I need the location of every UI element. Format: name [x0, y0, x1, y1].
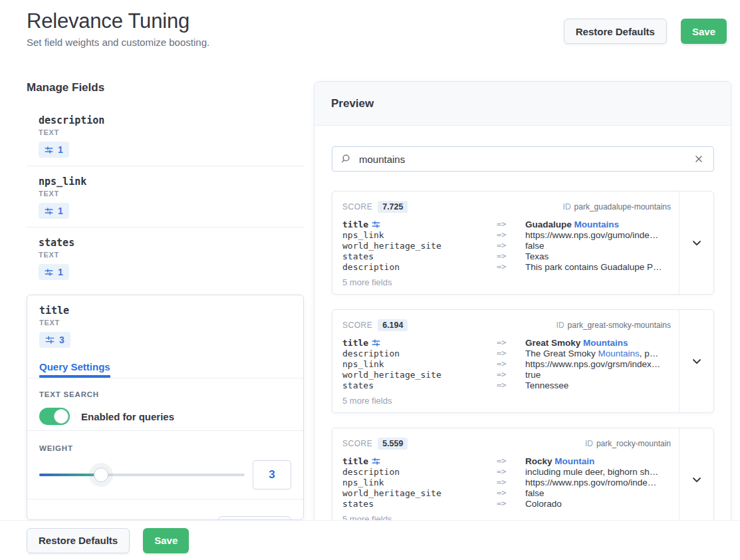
- slider-row: 3: [39, 460, 291, 490]
- more-fields-text: 5 more fields: [342, 396, 671, 406]
- field-row-label: nps_link: [342, 478, 497, 488]
- sliders-icon: [45, 335, 55, 345]
- arrow-glyph: =>: [497, 380, 525, 390]
- field-name: nps_link: [39, 176, 304, 188]
- field-row-value: https://www.nps.gov/romo/inde…: [525, 478, 671, 488]
- expand-result-button[interactable]: [691, 474, 702, 485]
- field-row-label: states: [342, 499, 497, 509]
- save-button[interactable]: Save: [681, 19, 727, 44]
- value-text: Tennessee: [525, 380, 568, 390]
- field-label-text: states: [342, 499, 374, 509]
- field-row-value: false: [525, 488, 671, 498]
- id-value: park_great-smoky-mountains: [568, 321, 671, 330]
- result-main: SCORE6.194IDpark_great-smoky-mountainsti…: [332, 310, 679, 412]
- field-item[interactable]: nps_linkTEXT1: [27, 166, 304, 227]
- field-weight-badge: 1: [39, 264, 69, 280]
- arrow-glyph: =>: [497, 219, 525, 229]
- field-label-text: description: [342, 262, 400, 272]
- field-row-label: world_heritage_site: [342, 241, 497, 251]
- field-row-value: Rocky Mountain: [525, 456, 671, 466]
- result-id: IDpark_guadalupe-mountains: [563, 202, 671, 211]
- slider-fill: [39, 474, 101, 476]
- field-row: title=>Rocky Mountain: [342, 456, 671, 466]
- arrow-glyph: =>: [497, 370, 525, 379]
- field-label-text: description: [342, 467, 400, 477]
- value-text: Colorado: [525, 499, 562, 509]
- result-fields: title=>Rocky Mountaindescription=>includ…: [342, 456, 671, 509]
- value-text: https://www.nps.gov/grsm/index…: [525, 359, 660, 369]
- arrow-glyph: =>: [497, 230, 525, 239]
- field-label-text: world_heritage_site: [342, 488, 441, 498]
- expand-column: [679, 428, 713, 531]
- arrow-glyph: =>: [497, 478, 525, 487]
- selected-field-card: title TEXT 3 Query Settings TEXT SEARCH: [27, 295, 304, 520]
- field-label-text: world_heritage_site: [342, 370, 441, 380]
- text-search-label: TEXT SEARCH: [39, 390, 291, 398]
- value-text: https://www.nps.gov/gumo/inde…: [525, 230, 658, 240]
- field-row: nps_link=>https://www.nps.gov/romo/inde…: [342, 477, 671, 488]
- field-label-text: title: [342, 338, 368, 348]
- field-row-value: false: [525, 241, 671, 251]
- sliders-icon: [372, 220, 380, 229]
- field-item[interactable]: statesTEXT1: [27, 227, 304, 288]
- active-tab-underline: [39, 375, 110, 378]
- weight-slider[interactable]: [39, 474, 245, 476]
- field-type: TEXT: [39, 251, 304, 259]
- search-bar: [332, 146, 714, 172]
- text-search-section: TEXT SEARCH Enabled for queries: [27, 378, 303, 431]
- id-value: park_guadalupe-mountains: [574, 202, 671, 211]
- footer-save-button[interactable]: Save: [143, 528, 189, 553]
- weight-slider-thumb[interactable]: [94, 468, 108, 482]
- field-row: description=>This park contains Guadalup…: [342, 261, 671, 272]
- result-main: SCORE7.725IDpark_guadalupe-mountainstitl…: [332, 192, 679, 294]
- value-text: Guadalupe: [525, 219, 574, 229]
- page-title: Relevance Tuning: [27, 9, 209, 33]
- weight-input[interactable]: 3: [253, 460, 291, 490]
- field-row-value: https://www.nps.gov/gumo/inde…: [525, 230, 671, 240]
- arrow-glyph: =>: [497, 359, 525, 368]
- score: SCORE6.194: [342, 319, 408, 331]
- field-row-label: description: [342, 349, 497, 358]
- score-badge: 5.559: [378, 438, 408, 450]
- search-input[interactable]: [359, 154, 685, 165]
- value-text: including mule deer, bighorn sh…: [525, 467, 658, 477]
- field-row-value: true: [525, 370, 671, 380]
- sliders-icon: [45, 207, 53, 215]
- arrow-glyph: =>: [497, 488, 525, 497]
- toggle-row: Enabled for queries: [39, 408, 291, 425]
- restore-defaults-button[interactable]: Restore Defaults: [564, 19, 667, 44]
- result-id: IDpark_great-smoky-mountains: [556, 321, 671, 330]
- highlighted-term: Mountains: [598, 349, 640, 358]
- field-weight-value: 1: [58, 267, 63, 277]
- arrow-glyph: =>: [497, 456, 525, 466]
- field-row-label: nps_link: [342, 359, 497, 369]
- footer-restore-defaults-button[interactable]: Restore Defaults: [27, 528, 130, 553]
- arrow-glyph: =>: [497, 499, 525, 508]
- field-type: TEXT: [39, 319, 291, 327]
- field-label-text: nps_link: [342, 359, 384, 369]
- value-text: The Great Smoky: [525, 349, 598, 358]
- clear-search-icon[interactable]: [693, 153, 705, 165]
- expand-result-button[interactable]: [691, 356, 702, 366]
- text-search-toggle[interactable]: [39, 408, 70, 425]
- field-row-label: states: [342, 251, 497, 261]
- expand-column: [679, 310, 713, 412]
- sliders-icon: [372, 339, 380, 347]
- field-row: states=>Colorado: [342, 498, 671, 509]
- field-row-label: world_heritage_site: [342, 488, 497, 498]
- sliders-icon: [45, 268, 53, 277]
- result-fields: title=>Great Smoky Mountainsdescription=…: [342, 337, 671, 390]
- field-row: world_heritage_site=>false: [342, 240, 671, 251]
- expand-result-button[interactable]: [691, 237, 702, 248]
- field-label-text: states: [342, 380, 374, 390]
- result-card: SCORE7.725IDpark_guadalupe-mountainstitl…: [332, 191, 714, 295]
- field-item[interactable]: descriptionTEXT1: [27, 105, 304, 166]
- field-weight-value: 3: [59, 335, 64, 345]
- field-row-value: Great Smoky Mountains: [525, 338, 671, 348]
- selected-field-header: title TEXT 3: [27, 295, 303, 348]
- field-row-value: The Great Smoky Mountains, p…: [525, 349, 671, 358]
- field-name: title: [39, 305, 291, 317]
- preview-panel: Preview SCORE7.725IDpark_guadalupe-mount…: [314, 81, 731, 560]
- tab-row: Query Settings: [27, 361, 303, 378]
- tab-query-settings[interactable]: Query Settings: [39, 361, 110, 378]
